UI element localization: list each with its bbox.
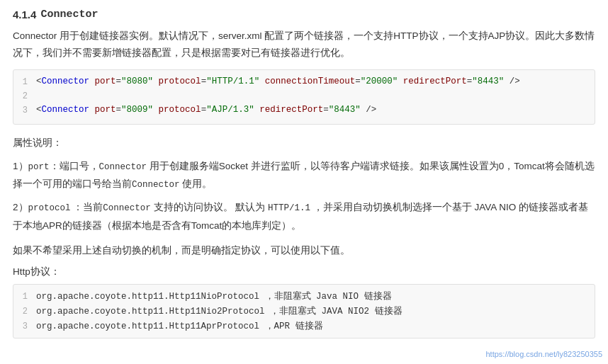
intro-paragraph: Connector 用于创建链接器实例。默认情况下，server.xml 配置了…	[13, 28, 595, 61]
code-block-1: 1 <Connector port="8080" protocol="HTTP/…	[13, 69, 595, 125]
attr-item-2: 2）protocol ：当前Connector 支持的访问协议。 默认为 HTT…	[13, 199, 595, 234]
line-num-3: 3	[13, 105, 36, 115]
switch-text-section: 如果不希望采用上述自动切换的机制，而是明确指定协议，可以使用以下值。	[13, 242, 595, 260]
watermark: https://blog.csdn.net/ly823250355	[485, 350, 602, 358]
section-number: 4.1.4	[13, 8, 36, 21]
code-line-2: 2	[13, 90, 595, 104]
attr-item-1-id: 1）	[13, 161, 28, 171]
section-heading: 4.1.4 Connector	[13, 8, 595, 21]
attr-item-1: 1）port：端口号，Connector 用于创建服务端Socket 并进行监听…	[13, 158, 595, 193]
attr-title: 属性说明：	[13, 135, 595, 152]
line-num-2: 2	[13, 91, 36, 101]
code-list-line-2: 2 org.apache.coyote.http11.Http11Nio2Pro…	[13, 304, 595, 319]
list-content-1: org.apache.coyote.http11.Http11NioProtoc…	[36, 290, 595, 302]
list-content-2: org.apache.coyote.http11.Http11Nio2Proto…	[36, 305, 595, 317]
attr-item-2-id: 2）	[13, 202, 28, 212]
attr-item-2-desc: ：当前Connector 支持的访问协议。 默认为 HTTP/1.1 ，并采用自…	[13, 202, 588, 230]
code-line-1: 1 <Connector port="8080" protocol="HTTP/…	[13, 76, 595, 90]
code-content-1: <Connector port="8080" protocol="HTTP/1.…	[36, 76, 595, 86]
code-list-line-1: 1 org.apache.coyote.http11.Http11NioProt…	[13, 289, 595, 304]
attr-section: 属性说明： 1）port：端口号，Connector 用于创建服务端Socket…	[13, 135, 595, 234]
code-list-line-3: 3 org.apache.coyote.http11.Http11AprProt…	[13, 319, 595, 334]
page-container: 4.1.4 Connector Connector 用于创建链接器实例。默认情况…	[13, 8, 595, 339]
attr-item-2-label: protocol	[28, 203, 71, 213]
attr-item-1-desc: ：端口号，Connector 用于创建服务端Socket 并进行监听，以等待客户…	[13, 161, 595, 189]
http-label: Http协议：	[13, 266, 595, 278]
section-title-text: Connector	[40, 8, 98, 21]
code-content-3: <Connector port="8009" protocol="AJP/1.3…	[36, 105, 595, 115]
attr-item-1-label: port	[28, 162, 50, 172]
intro-text-content: Connector 用于创建链接器实例。默认情况下，server.xml 配置了…	[13, 30, 595, 58]
code-line-3: 3 <Connector port="8009" protocol="AJP/1…	[13, 104, 595, 118]
list-content-3: org.apache.coyote.http11.Http11AprProtoc…	[36, 320, 595, 332]
list-line-num-2: 2	[13, 306, 36, 317]
line-num-1: 1	[13, 76, 36, 87]
list-line-num-3: 3	[13, 321, 36, 331]
list-line-num-1: 1	[13, 291, 36, 302]
code-block-2: 1 org.apache.coyote.http11.Http11NioProt…	[13, 284, 595, 339]
switch-text: 如果不希望采用上述自动切换的机制，而是明确指定协议，可以使用以下值。	[13, 242, 595, 260]
